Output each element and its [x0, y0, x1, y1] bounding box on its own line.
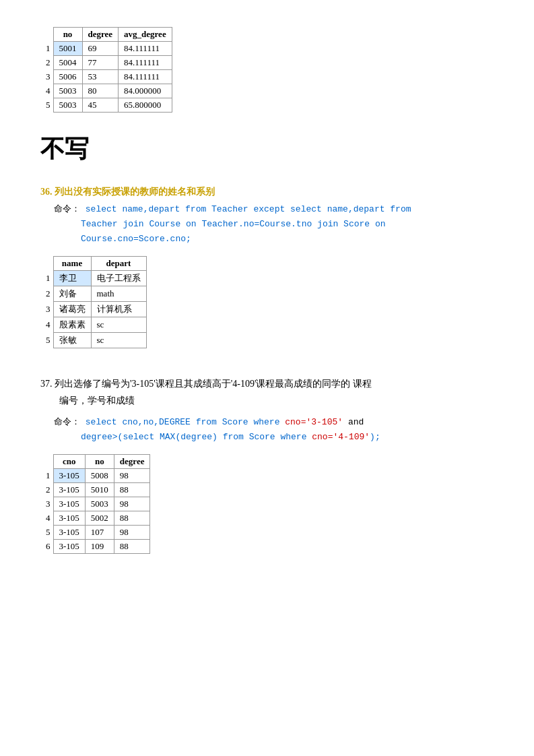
cell-degree: 45	[82, 98, 119, 113]
q36-cmd-line2: Teacher join Course on Teacher.no=Course…	[81, 219, 312, 229]
col-no: no	[85, 454, 114, 468]
cell-depart: 电子工程系	[91, 271, 146, 286]
cell-no: 5002	[85, 511, 114, 525]
cell-degree: 77	[82, 56, 119, 70]
col-degree: degree	[114, 454, 150, 468]
cell-no: 5003	[53, 98, 82, 113]
cell-avg-degree: 84.111111	[119, 42, 172, 56]
table-row: 2 刘备 math	[40, 286, 146, 302]
row-num: 5	[40, 333, 53, 348]
cell-degree: 69	[82, 42, 119, 56]
cell-no: 5006	[53, 70, 82, 84]
col-avg-degree: avg_degree	[119, 28, 172, 42]
row-num: 2	[40, 286, 53, 302]
q37-cmd-and: and	[348, 417, 364, 427]
cell-no: 5003	[85, 497, 114, 511]
q37-cmd-string2: cno='4-109'	[312, 432, 370, 442]
cell-no: 5003	[53, 84, 82, 98]
cell-name: 诸葛亮	[53, 302, 91, 317]
row-num: 1	[40, 468, 53, 482]
cell-no: 5001	[53, 42, 82, 56]
col-degree: degree	[82, 28, 119, 42]
q37-cmd-end: );	[370, 432, 380, 442]
table-row: 5 5003 45 65.800000	[40, 98, 172, 113]
row-num: 6	[40, 539, 53, 553]
cell-depart: sc	[91, 333, 146, 348]
q36-title: 36. 列出没有实际授课的教师的姓名和系别	[40, 186, 494, 198]
row-num: 4	[40, 317, 53, 333]
q37-cmd-part2: degree>(select MAX(degree) from Score wh…	[81, 432, 312, 442]
row-num: 4	[40, 84, 53, 98]
cell-avg-degree: 65.800000	[119, 98, 172, 113]
table-row: 3 3-105 5003 98	[40, 497, 150, 511]
question-36-block: 36. 列出没有实际授课的教师的姓名和系别 命令： select name,de…	[40, 186, 494, 348]
col-name: name	[53, 257, 91, 271]
cell-degree: 80	[82, 84, 119, 98]
cell-no: 109	[85, 539, 114, 553]
table-row: 1 3-105 5008 98	[40, 468, 150, 482]
cell-name: 张敏	[53, 333, 91, 348]
row-num: 1	[40, 42, 53, 56]
table-row: 1 5001 69 84.111111	[40, 42, 172, 56]
cell-avg-degree: 84.111111	[119, 70, 172, 84]
row-num: 2	[40, 56, 53, 70]
cell-no: 5004	[53, 56, 82, 70]
col-cno: cno	[53, 454, 85, 468]
cell-cno: 3-105	[53, 482, 85, 497]
table-row: 4 5003 80 84.000000	[40, 84, 172, 98]
table-row: 2 3-105 5010 88	[40, 482, 150, 497]
q36-table: name depart 1 李卫 电子工程系 2 刘备 math 3 诸葛亮 计…	[40, 256, 147, 348]
cell-degree: 98	[114, 497, 150, 511]
row-num: 5	[40, 98, 53, 113]
cell-cno: 3-105	[53, 539, 85, 553]
q36-command: 命令： select name,depart from Teacher exce…	[40, 202, 494, 247]
cell-no: 5008	[85, 468, 114, 482]
q36-num: 36.	[40, 187, 53, 197]
cell-degree: 88	[114, 511, 150, 525]
cell-avg-degree: 84.111111	[119, 56, 172, 70]
table-row: 3 诸葛亮 计算机系	[40, 302, 146, 317]
q37-table: cno no degree 1 3-105 5008 98 2 3-105 50…	[40, 454, 150, 554]
cell-name: 李卫	[53, 271, 91, 286]
q37-title: 37. 列出选修了编号为'3-105'课程且其成绩高于'4-109'课程最高成绩…	[40, 375, 494, 409]
q37-num: 37.	[40, 379, 53, 389]
table-row: 4 3-105 5002 88	[40, 511, 150, 525]
cell-degree: 88	[114, 539, 150, 553]
q36-text: 列出没有实际授课的教师的姓名和系别	[55, 187, 215, 197]
cell-depart: sc	[91, 317, 146, 333]
cell-degree: 53	[82, 70, 119, 84]
cell-no: 5010	[85, 482, 114, 497]
col-depart: depart	[91, 257, 146, 271]
cell-cno: 3-105	[53, 497, 85, 511]
row-num: 2	[40, 482, 53, 497]
bu-xie-heading: 不写	[40, 133, 494, 166]
cell-degree: 98	[114, 468, 150, 482]
cell-cno: 3-105	[53, 511, 85, 525]
cell-degree: 98	[114, 525, 150, 539]
cell-name: 殷素素	[53, 317, 91, 333]
q37-title-text: 列出选修了编号为'3-105'课程且其成绩高于'4-109'课程最高成绩的同学的…	[40, 379, 372, 406]
q37-command: 命令： select cno,no,DEGREE from Score wher…	[40, 415, 494, 445]
q37-cmd-string1: cno='3-105'	[285, 417, 343, 427]
row-num: 4	[40, 511, 53, 525]
row-num: 3	[40, 70, 53, 84]
table-row: 5 张敏 sc	[40, 333, 146, 348]
row-num: 1	[40, 271, 53, 286]
table1-section: no degree avg_degree 1 5001 69 84.111111…	[40, 27, 494, 113]
row-num: 3	[40, 302, 53, 317]
cell-cno: 3-105	[53, 525, 85, 539]
table1: no degree avg_degree 1 5001 69 84.111111…	[40, 27, 172, 113]
table-row: 1 李卫 电子工程系	[40, 271, 146, 286]
cell-degree: 88	[114, 482, 150, 497]
row-num: 3	[40, 497, 53, 511]
q36-cmd-label: 命令：	[54, 204, 80, 214]
table-row: 6 3-105 109 88	[40, 539, 150, 553]
cell-cno: 3-105	[53, 468, 85, 482]
q37-cmd-label: 命令：	[54, 417, 80, 427]
question-37-block: 37. 列出选修了编号为'3-105'课程且其成绩高于'4-109'课程最高成绩…	[40, 375, 494, 554]
col-no: no	[53, 28, 82, 42]
q37-cmd-part1: select cno,no,DEGREE from Score where	[86, 417, 285, 427]
table-row: 4 殷素素 sc	[40, 317, 146, 333]
row-num: 5	[40, 525, 53, 539]
q36-cmd-join: join Score on	[317, 219, 385, 229]
